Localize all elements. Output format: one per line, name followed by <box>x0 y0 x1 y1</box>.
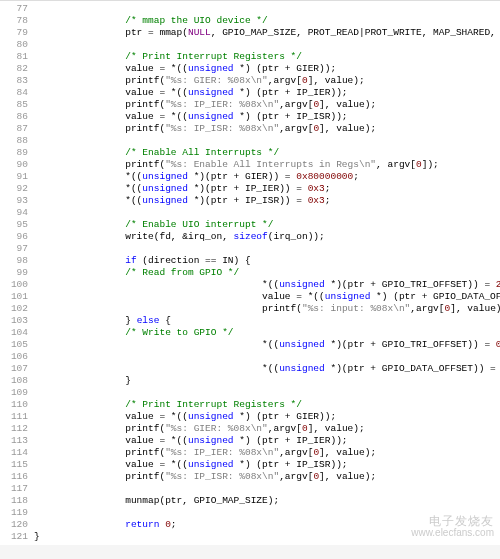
code-text: *((unsigned *)(ptr + GIER)) = 0x80000000… <box>34 171 500 183</box>
code-line: 85 printf("%s: IP_IER: %08x\n",argv[0], … <box>0 99 500 111</box>
code-line: 92 *((unsigned *)(ptr + IP_IER)) = 0x3; <box>0 183 500 195</box>
code-text: } else { <box>34 315 500 327</box>
line-number: 119 <box>0 507 34 519</box>
code-text: return 0; <box>34 519 500 531</box>
code-text <box>34 207 500 219</box>
line-number: 118 <box>0 495 34 507</box>
line-number: 98 <box>0 255 34 267</box>
code-line: 87 printf("%s: IP_ISR: %08x\n",argv[0], … <box>0 123 500 135</box>
code-text: /* mmap the UIO device */ <box>34 15 500 27</box>
code-line: 95 /* Enable UIO interrupt */ <box>0 219 500 231</box>
line-number: 89 <box>0 147 34 159</box>
line-number: 109 <box>0 387 34 399</box>
code-text: printf("%s: GIER: %08x\n",argv[0], value… <box>34 423 500 435</box>
line-number: 100 <box>0 279 34 291</box>
code-line: 114 printf("%s: IP_IER: %08x\n",argv[0],… <box>0 447 500 459</box>
line-number: 99 <box>0 267 34 279</box>
code-line: 118 munmap(ptr, GPIO_MAP_SIZE); <box>0 495 500 507</box>
code-line: 98 if (direction == IN) { <box>0 255 500 267</box>
code-line: 82 value = *((unsigned *) (ptr + GIER)); <box>0 63 500 75</box>
line-number: 114 <box>0 447 34 459</box>
code-text: value = *((unsigned *) (ptr + IP_IER)); <box>34 87 500 99</box>
code-text: value = *((unsigned *) (ptr + IP_ISR)); <box>34 111 500 123</box>
code-line: 102 printf("%s: input: %08x\n",argv[0], … <box>0 303 500 315</box>
code-text: /* Enable All Interrupts */ <box>34 147 500 159</box>
code-line: 79 ptr = mmap(NULL, GPIO_MAP_SIZE, PROT_… <box>0 27 500 39</box>
code-line: 105 *((unsigned *)(ptr + GPIO_TRI_OFFSET… <box>0 339 500 351</box>
code-line: 97 <box>0 243 500 255</box>
code-text: printf("%s: GIER: %08x\n",argv[0], value… <box>34 75 500 87</box>
code-line: 77 <box>0 3 500 15</box>
code-text: value = *((unsigned *) (ptr + GPIO_DATA_… <box>34 291 500 303</box>
code-text: printf("%s: input: %08x\n",argv[0], valu… <box>34 303 500 315</box>
code-line: 115 value = *((unsigned *) (ptr + IP_ISR… <box>0 459 500 471</box>
code-text <box>34 387 500 399</box>
code-line: 81 /* Print Interrupt Registers */ <box>0 51 500 63</box>
line-number: 108 <box>0 375 34 387</box>
code-text: ptr = mmap(NULL, GPIO_MAP_SIZE, PROT_REA… <box>34 27 500 39</box>
line-number: 83 <box>0 75 34 87</box>
code-text <box>34 483 500 495</box>
code-line: 93 *((unsigned *)(ptr + IP_ISR)) = 0x3; <box>0 195 500 207</box>
code-line: 83 printf("%s: GIER: %08x\n",argv[0], va… <box>0 75 500 87</box>
line-number: 88 <box>0 135 34 147</box>
line-number: 97 <box>0 243 34 255</box>
code-text: /* Write to GPIO */ <box>34 327 500 339</box>
code-text: printf("%s: IP_IER: %08x\n",argv[0], val… <box>34 447 500 459</box>
code-text: } <box>34 375 500 387</box>
code-text <box>34 351 500 363</box>
line-number: 86 <box>0 111 34 123</box>
code-text: /* Read from GPIO */ <box>34 267 500 279</box>
code-text <box>34 3 500 15</box>
line-number: 110 <box>0 399 34 411</box>
line-number: 115 <box>0 459 34 471</box>
code-editor: 7778 /* mmap the UIO device */79 ptr = m… <box>0 0 500 545</box>
line-number: 78 <box>0 15 34 27</box>
code-text <box>34 507 500 519</box>
code-text: if (direction == IN) { <box>34 255 500 267</box>
code-line: 112 printf("%s: GIER: %08x\n",argv[0], v… <box>0 423 500 435</box>
line-number: 103 <box>0 315 34 327</box>
code-text <box>34 243 500 255</box>
code-line: 119 <box>0 507 500 519</box>
code-line: 113 value = *((unsigned *) (ptr + IP_IER… <box>0 435 500 447</box>
line-number: 79 <box>0 27 34 39</box>
code-text: write(fd, &irq_on, sizeof(irq_on)); <box>34 231 500 243</box>
code-line: 121} <box>0 531 500 543</box>
line-number: 112 <box>0 423 34 435</box>
line-number: 85 <box>0 99 34 111</box>
code-line: 78 /* mmap the UIO device */ <box>0 15 500 27</box>
code-line: 100 *((unsigned *)(ptr + GPIO_TRI_OFFSET… <box>0 279 500 291</box>
code-line: 96 write(fd, &irq_on, sizeof(irq_on)); <box>0 231 500 243</box>
line-number: 81 <box>0 51 34 63</box>
line-number: 107 <box>0 363 34 375</box>
line-number: 91 <box>0 171 34 183</box>
code-line: 89 /* Enable All Interrupts */ <box>0 147 500 159</box>
line-number: 94 <box>0 207 34 219</box>
code-text: *((unsigned *)(ptr + IP_IER)) = 0x3; <box>34 183 500 195</box>
code-line: 110 /* Print Interrupt Registers */ <box>0 399 500 411</box>
line-number: 104 <box>0 327 34 339</box>
code-line: 104 /* Write to GPIO */ <box>0 327 500 339</box>
code-text: *((unsigned *)(ptr + GPIO_TRI_OFFSET)) =… <box>34 279 500 291</box>
line-number: 116 <box>0 471 34 483</box>
code-text: /* Print Interrupt Registers */ <box>34 51 500 63</box>
line-number: 92 <box>0 183 34 195</box>
code-line: 117 <box>0 483 500 495</box>
line-number: 101 <box>0 291 34 303</box>
line-number: 82 <box>0 63 34 75</box>
line-number: 90 <box>0 159 34 171</box>
code-text: printf("%s: Enable All Interrupts in Reg… <box>34 159 500 171</box>
code-text: printf("%s: IP_ISR: %08x\n",argv[0], val… <box>34 123 500 135</box>
code-line: 107 *((unsigned *)(ptr + GPIO_DATA_OFFSE… <box>0 363 500 375</box>
code-text: value = *((unsigned *) (ptr + IP_ISR)); <box>34 459 500 471</box>
code-line: 106 <box>0 351 500 363</box>
code-text: *((unsigned *)(ptr + IP_ISR)) = 0x3; <box>34 195 500 207</box>
line-number: 96 <box>0 231 34 243</box>
code-line: 120 return 0; <box>0 519 500 531</box>
code-line: 80 <box>0 39 500 51</box>
code-text: value = *((unsigned *) (ptr + GIER)); <box>34 63 500 75</box>
code-line: 88 <box>0 135 500 147</box>
line-number: 106 <box>0 351 34 363</box>
code-line: 86 value = *((unsigned *) (ptr + IP_ISR)… <box>0 111 500 123</box>
